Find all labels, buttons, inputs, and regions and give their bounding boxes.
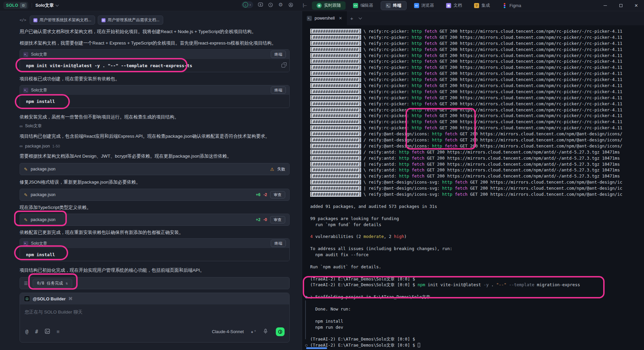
tab-figma[interactable]: Figma xyxy=(497,2,526,9)
command-row: npm install xyxy=(20,95,289,108)
copy-icon[interactable] xyxy=(282,64,285,68)
terminal-line: [##################] \ reify:rc-picker: … xyxy=(310,77,644,83)
horizontal-scrollbar[interactable] xyxy=(306,347,327,349)
open-terminal-button[interactable]: 终端 xyxy=(271,240,286,247)
close-button[interactable]: ✕ xyxy=(628,0,644,11)
tab-label: Figma xyxy=(509,3,521,8)
command-block-guide xyxy=(305,300,306,339)
robot-icon: ⊡ xyxy=(20,3,27,8)
edit-pencil-icon: ✎ xyxy=(24,217,28,222)
tab-realtime-follow[interactable]: ✳ 实时跟随 xyxy=(312,1,346,10)
review-button[interactable]: 审查 xyxy=(270,216,285,223)
component-icon[interactable]: ⌗ xyxy=(57,329,59,335)
sparkle-icon[interactable]: ✦⁺ xyxy=(251,329,257,335)
edited-file-name: package.json xyxy=(31,217,56,222)
terminal-line: [##################] \ reify:rc-picker: … xyxy=(310,53,644,59)
terminal-output[interactable]: [##################] \ reify:rc-picker: … xyxy=(302,25,644,350)
tab-integrations[interactable]: ▽ 集成 xyxy=(469,1,495,10)
terminal-icon: >_ xyxy=(386,3,391,8)
assistant-message: 项目结构已创建完成，包含前端React应用和后端Express API。现在检查… xyxy=(20,133,290,139)
terminal-tab-label: powershell xyxy=(315,16,335,21)
tab-docs[interactable]: ▤ 文档 xyxy=(441,1,467,10)
collapse-panel-icon[interactable]: |← xyxy=(303,2,307,7)
tab-editor[interactable]: <> 编辑器 xyxy=(348,1,378,10)
terminal-line: (TraeAI-2) E:\ATrae_Demos\Solo文章 [0:0] $ xyxy=(310,343,644,349)
context-files-row: </> ▤ 用户管理系统技术架构文档... ▤ 用户管理系统产品需求文档... xyxy=(20,16,290,25)
tab-label: 集成 xyxy=(481,3,490,8)
history-icon[interactable] xyxy=(268,2,273,8)
command-row: npm init vite-init@latest -y . "--" --te… xyxy=(20,59,289,72)
terminal-line xyxy=(310,258,644,264)
context-file-name: 用户管理系统技术架构文档... xyxy=(39,17,91,23)
close-icon[interactable]: ✕ xyxy=(339,16,342,21)
new-terminal-icon[interactable]: + xyxy=(350,16,353,21)
follow-toggle[interactable]: ↓ › xyxy=(241,1,253,8)
edit-file-card[interactable]: ✎ package.json ⚠ 失败 xyxy=(20,163,290,175)
builder-avatar-icon: ⊡ xyxy=(24,296,30,302)
terminal-line: [##################] \ reify:rc-picker: … xyxy=(310,47,644,53)
assistant-message: 用户已确认需求文档和技术架构文档，现在开始初始化项目。我将创建React + N… xyxy=(20,29,290,34)
terminal-icon: >_ xyxy=(23,241,28,246)
context-file-chip[interactable]: ▤ 用户管理系统技术架构文档... xyxy=(30,16,95,25)
terminal-icon: >_ xyxy=(23,88,28,93)
file-link-row[interactable]: ∞ package.json 1-50 xyxy=(20,143,290,149)
header-icon-group: ↓ › ⚙ xyxy=(241,1,294,8)
terminal-tab-powershell[interactable]: >_ powershell ✕ xyxy=(302,11,347,25)
terminal-tab-strip: >_ powershell ✕ + xyxy=(302,11,644,25)
model-selector[interactable]: Claude-4-Sonnet xyxy=(212,329,244,334)
review-button[interactable]: 审查 xyxy=(270,191,285,198)
assistant-message: 依赖安装完成，虽然有一些警告但不影响项目运行。现在检查生成的项目结构。 xyxy=(20,114,290,120)
edit-pencil-icon: ✎ xyxy=(24,192,28,197)
image-icon[interactable] xyxy=(45,329,50,335)
chat-input-field[interactable]: 您正在与 SOLO Builder 聊天 xyxy=(20,304,289,320)
tab-label: 终端 xyxy=(393,3,402,8)
project-title[interactable]: Solo文章 xyxy=(35,2,54,8)
solo-logo[interactable]: SOLO ⊡ xyxy=(3,2,28,9)
tab-terminal[interactable]: >_ 终端 xyxy=(381,1,407,10)
terminal-line: (TraeAI-2) E:\ATrae_Demos\Solo文章 [0:0] $… xyxy=(310,282,644,288)
terminal-line xyxy=(310,288,644,294)
hash-icon[interactable]: # xyxy=(35,329,38,335)
terminal-line: Run `npm audit` for details. xyxy=(310,264,644,270)
window-controls: ✕ xyxy=(597,0,644,11)
task-progress-bar: ☰ 0/8 任务完成 ⇅ xyxy=(20,277,290,289)
chat-input-box: ⊡ @SOLO Builder ⌘ 您正在与 SOLO Builder 聊天 @… xyxy=(20,293,290,343)
file-link-row[interactable]: ∞ Solo文章 xyxy=(20,123,290,129)
edit-pencil-icon: ✎ xyxy=(24,167,28,172)
checklist-icon: ☰ xyxy=(24,281,28,286)
chevron-down-icon[interactable] xyxy=(56,3,59,7)
file-link-label: package.json xyxy=(25,144,50,149)
link-icon: ∞ xyxy=(20,143,23,149)
new-chat-icon[interactable] xyxy=(258,2,263,8)
editor-icon: <> xyxy=(353,3,358,8)
account-icon[interactable] xyxy=(288,2,294,8)
open-terminal-button[interactable]: 终端 xyxy=(271,86,286,94)
open-terminal-button[interactable]: 终端 xyxy=(271,51,286,58)
tool-card-title: Solo文章 xyxy=(31,87,47,93)
terminal-line: [##################] \ reify:rc-picker: … xyxy=(310,59,644,65)
send-button[interactable] xyxy=(276,327,285,336)
terminal-line: npm audit fix --force xyxy=(310,252,644,258)
maximize-button[interactable] xyxy=(613,0,628,11)
diff-removed: -2 xyxy=(263,192,267,197)
chevron-down-icon[interactable] xyxy=(358,16,362,19)
terminal-line: 99 packages are looking for funding xyxy=(310,216,644,222)
status-badge: 失败 xyxy=(277,166,285,172)
mention-icon[interactable]: @ xyxy=(25,329,28,335)
assistant-message: 根据技术架构文档，我需要创建一个React + Express + TypeSc… xyxy=(20,40,290,46)
minimize-button[interactable] xyxy=(597,0,613,11)
edit-file-card[interactable]: ✎ package.json +6 -2 审查 xyxy=(20,189,290,201)
settings-gear-icon[interactable]: ⚙ xyxy=(278,2,284,8)
terminal-tool-card: >_ Solo文章 终端 npm install xyxy=(20,85,290,108)
command-text: npm init vite-init@latest -y . "--" --te… xyxy=(26,63,192,68)
tab-label: 实时跟随 xyxy=(324,3,341,8)
chat-input-header: ⊡ @SOLO Builder ⌘ xyxy=(20,293,289,304)
task-progress-pill[interactable]: 0/8 任务完成 ⇅ xyxy=(33,279,72,288)
context-file-chip[interactable]: ▤ 用户管理系统产品需求文档... xyxy=(98,16,163,25)
terminal-line: [##################] \ reify:rc-picker: … xyxy=(310,41,644,47)
edit-file-card[interactable]: ✎ package.json +2 -0 审查 xyxy=(20,214,290,226)
tab-browser[interactable]: ▭ 浏览器 xyxy=(409,1,439,10)
terminal-line xyxy=(310,210,644,216)
code-icon: </> xyxy=(20,18,26,22)
microphone-icon[interactable] xyxy=(263,329,268,335)
